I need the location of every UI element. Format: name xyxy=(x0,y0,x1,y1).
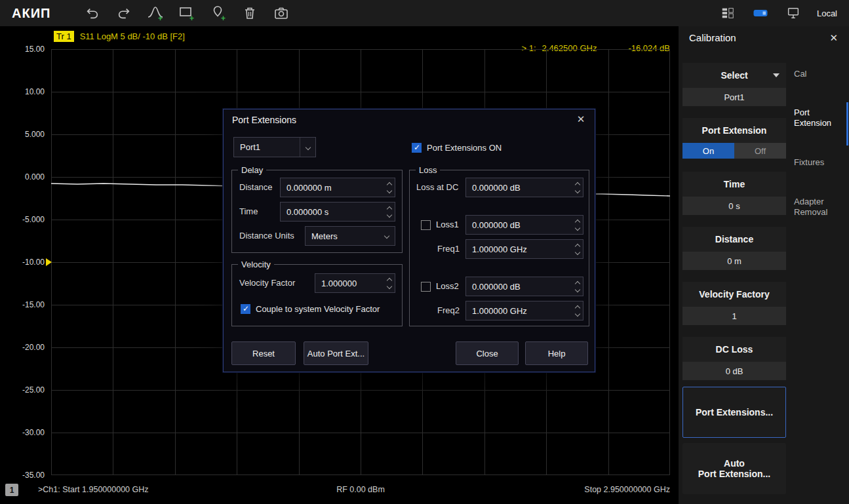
freq1-label: Freq1 xyxy=(437,239,460,259)
auto-port-extension-button[interactable]: Auto Port Extension... xyxy=(682,443,786,494)
couple-velocity-label: Couple to system Velocity Factor xyxy=(256,300,380,319)
time-value: 0.000000 s xyxy=(281,207,384,217)
calibration-panel: Calibration Select Port1 Port Extension … xyxy=(679,26,849,504)
spinner-arrows-icon[interactable] xyxy=(384,274,395,292)
loss-at-dc-input[interactable]: 0.000000 dB xyxy=(465,178,583,197)
loss2-input[interactable]: 0.000000 dB xyxy=(465,277,583,296)
port-extension-on-button[interactable]: On xyxy=(682,143,734,159)
loss-group-title: Loss xyxy=(416,165,440,175)
trace-header[interactable]: Tr 1 S11 LogM 5 dB/ -10 dB [F2] xyxy=(54,31,185,42)
port-extensions-dialog-button[interactable]: Port Extensions... xyxy=(682,387,786,438)
close-button[interactable]: Close xyxy=(456,341,519,365)
svg-text:+: + xyxy=(189,14,194,22)
distance-card[interactable]: Distance 0 m xyxy=(682,227,786,270)
freq1-input[interactable]: 1.000000 GHz xyxy=(465,239,583,259)
y-axis-label: -15.00 xyxy=(0,300,45,310)
marker-add-icon[interactable]: + xyxy=(209,4,227,22)
port-extensions-on-checkbox[interactable] xyxy=(412,143,422,153)
panel-title: Calibration xyxy=(689,32,736,43)
close-icon[interactable] xyxy=(575,113,587,125)
tab-port-extension[interactable]: Port Extension xyxy=(794,107,846,128)
freq2-label: Freq2 xyxy=(437,301,460,320)
y-axis-label: -5.000 xyxy=(0,214,45,225)
time-input[interactable]: 0.000000 s xyxy=(280,202,395,222)
distance-units-select[interactable]: Meters xyxy=(305,226,395,246)
time-value: 0 s xyxy=(682,197,786,215)
distance-units-label: Distance Units xyxy=(239,226,294,246)
usb-device-icon[interactable] xyxy=(751,4,770,22)
auto-port-ext-button[interactable]: Auto Port Ext... xyxy=(304,341,368,365)
y-axis-label: 10.00 xyxy=(0,87,45,97)
velocity-factory-title: Velocity Factory xyxy=(682,282,786,307)
distance-value: 0 m xyxy=(682,252,786,270)
local-mode-label[interactable]: Local xyxy=(817,9,837,18)
spinner-arrows-icon[interactable] xyxy=(572,277,583,296)
channel-badge[interactable]: 1 xyxy=(5,484,18,496)
display-layout-icon[interactable] xyxy=(719,4,737,22)
close-icon[interactable] xyxy=(829,32,838,44)
help-button[interactable]: Help xyxy=(525,341,588,365)
loss1-checkbox[interactable] xyxy=(421,220,431,230)
loss-at-dc-label: Loss at DC xyxy=(416,178,458,197)
velocity-group-title: Velocity xyxy=(238,260,274,269)
port-select-card[interactable]: Select Port1 xyxy=(682,63,786,106)
delete-icon[interactable] xyxy=(241,4,259,22)
couple-velocity-checkbox[interactable] xyxy=(241,304,250,314)
loss2-value: 0.000000 dB xyxy=(466,282,572,292)
tab-adapter-removal[interactable]: Adapter Removal xyxy=(794,197,846,218)
chevron-down-icon xyxy=(773,73,780,77)
time-label: Time xyxy=(239,202,258,222)
tab-fixtures[interactable]: Fixtures xyxy=(794,157,846,168)
distance-units-value: Meters xyxy=(306,231,379,241)
spinner-arrows-icon[interactable] xyxy=(384,203,395,221)
tab-cal[interactable]: Cal xyxy=(794,69,846,79)
port-extension-toggle: On Off xyxy=(682,143,786,159)
velocity-group: Velocity Velocity Factor 1.000000 Couple… xyxy=(231,264,403,326)
distance-title: Distance xyxy=(682,227,786,252)
spinner-arrows-icon[interactable] xyxy=(384,178,395,197)
auto-port-extension-line2: Port Extension... xyxy=(698,469,770,479)
undo-icon[interactable] xyxy=(83,4,102,22)
toolbar-icons: + + + xyxy=(83,4,290,22)
freq2-input[interactable]: 1.000000 GHz xyxy=(465,301,583,320)
y-axis-label: -35.00 xyxy=(0,470,45,480)
port-select-value: Port1 xyxy=(234,142,300,152)
port-extension-title: Port Extension xyxy=(682,118,786,143)
network-icon[interactable] xyxy=(784,4,802,22)
status-stop-frequency: Stop 2.950000000 GHz xyxy=(584,485,670,494)
y-axis-label: 5.000 xyxy=(0,129,45,140)
chevron-down-icon xyxy=(300,138,315,157)
status-start-frequency: >Ch1: Start 1.950000000 GHz xyxy=(38,485,149,494)
screenshot-icon[interactable] xyxy=(272,4,290,22)
toolbar: АКИП + + + xyxy=(0,0,849,26)
dc-loss-card[interactable]: DC Loss 0 dB xyxy=(682,337,786,380)
y-axis-label: -20.00 xyxy=(0,342,45,353)
spinner-arrows-icon[interactable] xyxy=(572,178,583,197)
velocity-factory-card[interactable]: Velocity Factory 1 xyxy=(682,282,786,325)
reset-button[interactable]: Reset xyxy=(231,341,296,365)
loss2-checkbox[interactable] xyxy=(421,282,431,292)
peak-search-add-icon[interactable]: + xyxy=(146,4,165,22)
dialog-port-select[interactable]: Port1 xyxy=(233,137,316,157)
port-extension-off-button[interactable]: Off xyxy=(734,143,786,159)
loss2-label: Loss2 xyxy=(436,277,459,296)
velocity-factor-input[interactable]: 1.000000 xyxy=(315,273,395,293)
time-card[interactable]: Time 0 s xyxy=(682,172,786,215)
y-axis-label: 15.00 xyxy=(0,44,45,54)
redo-icon[interactable] xyxy=(115,4,133,22)
dc-loss-title: DC Loss xyxy=(682,337,786,362)
spinner-arrows-icon[interactable] xyxy=(572,301,583,320)
reference-level-marker[interactable] xyxy=(46,258,52,266)
port-extension-toggle-card: Port Extension On Off xyxy=(682,118,786,159)
trace-badge[interactable]: Tr 1 xyxy=(54,31,74,42)
select-label: Select xyxy=(721,70,747,81)
spinner-arrows-icon[interactable] xyxy=(572,216,583,234)
window-add-icon[interactable]: + xyxy=(178,4,196,22)
svg-text:+: + xyxy=(158,14,163,22)
spinner-arrows-icon[interactable] xyxy=(572,240,583,258)
y-axis-label: 0.000 xyxy=(0,172,45,182)
loss1-input[interactable]: 0.000000 dB xyxy=(465,215,583,235)
loss1-value: 0.000000 dB xyxy=(466,220,572,230)
distance-input[interactable]: 0.000000 m xyxy=(280,178,395,197)
distance-label: Distance xyxy=(239,178,273,197)
